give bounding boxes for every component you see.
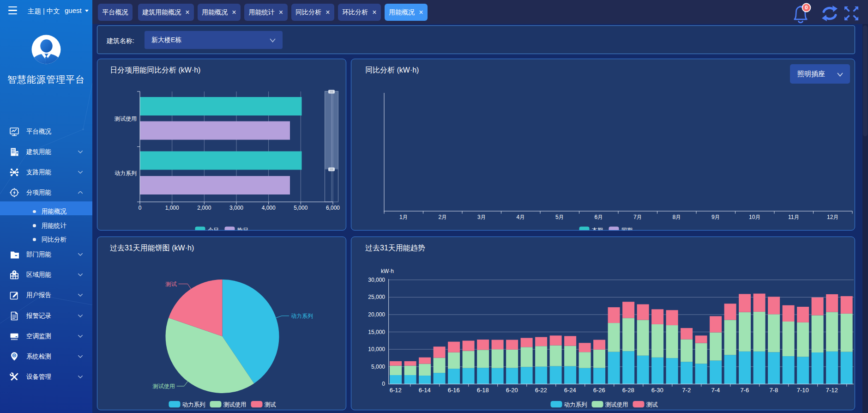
svg-text:8月: 8月: [672, 214, 681, 220]
svg-text:测试使用: 测试使用: [114, 115, 137, 122]
svg-text:6-28: 6-28: [622, 387, 634, 394]
svg-text:7-6: 7-6: [740, 387, 749, 394]
svg-text:5月: 5月: [555, 214, 564, 220]
svg-text:同期: 同期: [621, 227, 633, 231]
svg-text:7-12: 7-12: [826, 387, 838, 394]
svg-text:kW·h: kW·h: [381, 268, 394, 274]
svg-text:1,000: 1,000: [165, 205, 179, 211]
svg-text:6-12: 6-12: [390, 387, 402, 394]
svg-text:6-14: 6-14: [419, 387, 431, 394]
svg-text:30,000: 30,000: [368, 277, 385, 283]
svg-text:测试使用: 测试使用: [223, 401, 247, 408]
svg-text:测试使用: 测试使用: [152, 383, 175, 389]
svg-text:20,000: 20,000: [368, 311, 385, 318]
svg-text:9月: 9月: [711, 214, 720, 220]
svg-text:昨日: 昨日: [237, 227, 248, 231]
svg-text:测试: 测试: [165, 281, 176, 287]
svg-text:6-22: 6-22: [535, 387, 547, 394]
svg-text:6-24: 6-24: [564, 387, 576, 394]
svg-text:0: 0: [805, 5, 808, 10]
svg-text:3月: 3月: [477, 214, 486, 220]
svg-text:6-26: 6-26: [593, 387, 605, 394]
svg-text:7-2: 7-2: [682, 387, 691, 394]
svg-text:15,000: 15,000: [368, 329, 385, 335]
svg-text:5,000: 5,000: [371, 364, 385, 370]
svg-text:7-10: 7-10: [797, 387, 809, 394]
svg-text:10月: 10月: [749, 214, 760, 220]
svg-text:6,000: 6,000: [326, 205, 340, 211]
svg-text:6-30: 6-30: [651, 387, 663, 394]
svg-text:7-8: 7-8: [769, 387, 778, 394]
svg-text:2,000: 2,000: [197, 205, 211, 211]
svg-text:6月: 6月: [594, 214, 603, 220]
svg-text:0: 0: [139, 205, 142, 211]
svg-text:6-20: 6-20: [506, 387, 518, 394]
svg-text:动力系列: 动力系列: [291, 313, 313, 319]
svg-text:动力系列: 动力系列: [564, 401, 587, 408]
svg-text:1月: 1月: [399, 214, 408, 220]
svg-text:7-4: 7-4: [711, 387, 720, 394]
svg-text:今日: 今日: [208, 227, 219, 231]
svg-text:12月: 12月: [827, 214, 838, 220]
svg-text:2月: 2月: [438, 214, 447, 220]
svg-text:5,000: 5,000: [294, 205, 307, 211]
svg-text:10,000: 10,000: [368, 346, 385, 352]
svg-text:动力系列: 动力系列: [182, 401, 205, 408]
svg-text:25,000: 25,000: [368, 294, 385, 300]
svg-text:测试: 测试: [265, 401, 277, 408]
svg-text:6-16: 6-16: [448, 387, 460, 394]
svg-text:本期: 本期: [591, 227, 603, 231]
svg-text:动力系列: 动力系列: [115, 170, 137, 176]
svg-text:测试使用: 测试使用: [605, 401, 628, 408]
svg-text:0: 0: [382, 381, 385, 387]
svg-text:3,000: 3,000: [229, 205, 243, 211]
svg-text:测试: 测试: [646, 401, 658, 408]
svg-text:7月: 7月: [633, 214, 642, 220]
svg-text:4,000: 4,000: [262, 205, 276, 211]
svg-text:4月: 4月: [516, 214, 525, 220]
svg-text:6-18: 6-18: [477, 387, 489, 394]
svg-text:11月: 11月: [788, 214, 799, 220]
